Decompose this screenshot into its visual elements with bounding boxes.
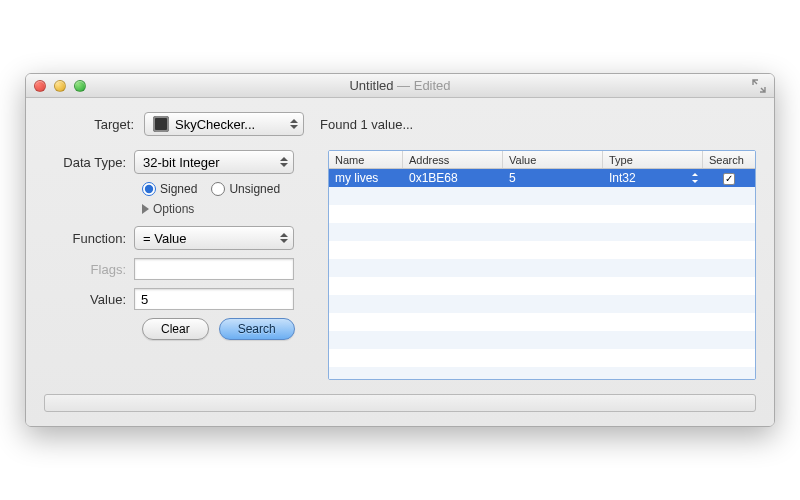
- datatype-row: Data Type: 32-bit Integer: [44, 150, 314, 174]
- target-popup[interactable]: SkyChecker...: [144, 112, 304, 136]
- table-header: Name Address Value Type Search: [329, 151, 755, 169]
- zoom-icon[interactable]: [74, 80, 86, 92]
- table-row-empty: [329, 349, 755, 367]
- title-text: Untitled: [349, 78, 393, 93]
- clear-button[interactable]: Clear: [142, 318, 209, 340]
- content-area: Target: SkyChecker... Found 1 value... D…: [26, 98, 774, 426]
- options-label: Options: [153, 202, 194, 216]
- disclosure-triangle-icon: [142, 204, 149, 214]
- window-title: Untitled — Edited: [26, 78, 774, 93]
- search-form: Data Type: 32-bit Integer Signed Unsigne…: [44, 150, 314, 380]
- cell-address: 0x1BE68: [403, 171, 503, 185]
- updown-arrows-icon: [691, 171, 699, 185]
- sign-radio-group: Signed Unsigned: [142, 182, 314, 196]
- function-row: Function: = Value: [44, 226, 314, 250]
- flags-label: Flags:: [44, 262, 134, 277]
- found-count-text: Found 1 value...: [320, 117, 413, 132]
- unsigned-radio[interactable]: Unsigned: [211, 182, 280, 196]
- status-bar: [44, 394, 756, 412]
- value-row: Value:: [44, 288, 314, 310]
- table-row-empty: [329, 277, 755, 295]
- col-type[interactable]: Type: [603, 151, 703, 168]
- unsigned-radio-input[interactable]: [211, 182, 225, 196]
- table-row-empty: [329, 205, 755, 223]
- table-row-empty: [329, 223, 755, 241]
- options-disclosure[interactable]: Options: [142, 202, 314, 216]
- cell-type[interactable]: Int32: [603, 171, 703, 185]
- col-value[interactable]: Value: [503, 151, 603, 168]
- function-popup[interactable]: = Value: [134, 226, 294, 250]
- results-panel: Name Address Value Type Search my lives0…: [328, 150, 756, 380]
- target-label: Target:: [44, 117, 134, 132]
- button-row: Clear Search: [142, 318, 314, 340]
- cell-search[interactable]: ✓: [703, 171, 755, 185]
- datatype-value: 32-bit Integer: [143, 155, 220, 170]
- target-value: SkyChecker...: [175, 117, 255, 132]
- signed-radio-label: Signed: [160, 182, 197, 196]
- traffic-lights: [34, 80, 86, 92]
- function-value: = Value: [143, 231, 187, 246]
- checkbox-icon[interactable]: ✓: [723, 173, 735, 185]
- minimize-icon[interactable]: [54, 80, 66, 92]
- table-row-empty: [329, 367, 755, 379]
- titlebar[interactable]: Untitled — Edited: [26, 74, 774, 98]
- flags-input: [134, 258, 294, 280]
- cell-name: my lives: [329, 171, 403, 185]
- signed-radio[interactable]: Signed: [142, 182, 197, 196]
- updown-arrows-icon: [289, 116, 299, 132]
- flags-row: Flags:: [44, 258, 314, 280]
- value-input[interactable]: [134, 288, 294, 310]
- unsigned-radio-label: Unsigned: [229, 182, 280, 196]
- results-table: Name Address Value Type Search my lives0…: [328, 150, 756, 380]
- datatype-label: Data Type:: [44, 155, 134, 170]
- table-row-empty: [329, 313, 755, 331]
- target-row: Target: SkyChecker... Found 1 value...: [44, 112, 756, 136]
- table-body[interactable]: my lives0x1BE685Int32✓: [329, 169, 755, 379]
- app-icon: [153, 116, 169, 132]
- signed-radio-input[interactable]: [142, 182, 156, 196]
- edited-indicator: — Edited: [397, 78, 450, 93]
- col-name[interactable]: Name: [329, 151, 403, 168]
- col-address[interactable]: Address: [403, 151, 503, 168]
- close-icon[interactable]: [34, 80, 46, 92]
- table-row-empty: [329, 331, 755, 349]
- table-row-empty: [329, 259, 755, 277]
- datatype-popup[interactable]: 32-bit Integer: [134, 150, 294, 174]
- app-window: Untitled — Edited Target: SkyChecker... …: [25, 73, 775, 427]
- value-label: Value:: [44, 292, 134, 307]
- table-row-empty: [329, 187, 755, 205]
- search-button[interactable]: Search: [219, 318, 295, 340]
- body-columns: Data Type: 32-bit Integer Signed Unsigne…: [44, 150, 756, 380]
- table-row-empty: [329, 241, 755, 259]
- function-label: Function:: [44, 231, 134, 246]
- updown-arrows-icon: [279, 154, 289, 170]
- col-search[interactable]: Search: [703, 151, 755, 168]
- updown-arrows-icon: [279, 230, 289, 246]
- table-row-empty: [329, 295, 755, 313]
- cell-value: 5: [503, 171, 603, 185]
- table-row[interactable]: my lives0x1BE685Int32✓: [329, 169, 755, 187]
- fullscreen-icon[interactable]: [752, 79, 766, 93]
